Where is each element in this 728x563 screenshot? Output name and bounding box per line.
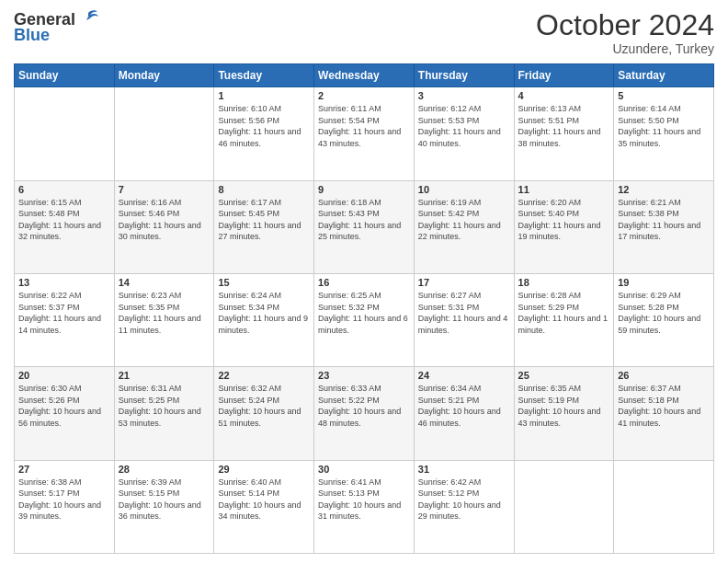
day-number: 22 — [218, 370, 310, 381]
day-info: Sunrise: 6:15 AM Sunset: 5:48 PM Dayligh… — [18, 197, 110, 243]
table-row: 6Sunrise: 6:15 AM Sunset: 5:48 PM Daylig… — [15, 180, 115, 273]
day-number: 11 — [518, 184, 610, 195]
table-row: 7Sunrise: 6:16 AM Sunset: 5:46 PM Daylig… — [114, 180, 214, 273]
table-row: 22Sunrise: 6:32 AM Sunset: 5:24 PM Dayli… — [214, 367, 314, 460]
table-row: 17Sunrise: 6:27 AM Sunset: 5:31 PM Dayli… — [414, 273, 514, 366]
table-row: 31Sunrise: 6:42 AM Sunset: 5:12 PM Dayli… — [414, 460, 514, 553]
day-number: 28 — [119, 464, 210, 475]
logo: General Blue — [14, 9, 99, 45]
day-info: Sunrise: 6:17 AM Sunset: 5:45 PM Dayligh… — [218, 197, 310, 243]
logo-blue-text: Blue — [14, 26, 50, 45]
table-row: 30Sunrise: 6:41 AM Sunset: 5:13 PM Dayli… — [314, 460, 415, 553]
day-number: 24 — [418, 370, 510, 381]
day-info: Sunrise: 6:37 AM Sunset: 5:18 PM Dayligh… — [618, 383, 710, 429]
table-row — [114, 87, 214, 180]
day-info: Sunrise: 6:22 AM Sunset: 5:37 PM Dayligh… — [18, 290, 110, 336]
day-number: 5 — [618, 90, 710, 101]
day-number: 17 — [418, 277, 510, 288]
day-number: 7 — [119, 184, 210, 195]
day-number: 18 — [518, 277, 610, 288]
day-number: 15 — [218, 277, 310, 288]
day-number: 23 — [318, 370, 410, 381]
day-number: 25 — [518, 370, 610, 381]
day-info: Sunrise: 6:28 AM Sunset: 5:29 PM Dayligh… — [518, 290, 610, 336]
day-info: Sunrise: 6:39 AM Sunset: 5:15 PM Dayligh… — [119, 477, 210, 523]
col-sunday: Sunday — [15, 64, 115, 87]
subtitle: Uzundere, Turkey — [536, 41, 714, 56]
table-row: 26Sunrise: 6:37 AM Sunset: 5:18 PM Dayli… — [614, 367, 714, 460]
day-number: 26 — [618, 370, 710, 381]
table-row: 27Sunrise: 6:38 AM Sunset: 5:17 PM Dayli… — [15, 460, 115, 553]
day-info: Sunrise: 6:12 AM Sunset: 5:53 PM Dayligh… — [418, 103, 510, 149]
col-tuesday: Tuesday — [214, 64, 314, 87]
day-info: Sunrise: 6:13 AM Sunset: 5:51 PM Dayligh… — [518, 103, 610, 149]
day-info: Sunrise: 6:31 AM Sunset: 5:25 PM Dayligh… — [119, 383, 210, 429]
day-number: 27 — [18, 464, 110, 475]
day-number: 31 — [418, 464, 510, 475]
col-wednesday: Wednesday — [314, 64, 415, 87]
table-row: 9Sunrise: 6:18 AM Sunset: 5:43 PM Daylig… — [314, 180, 415, 273]
day-number: 8 — [218, 184, 310, 195]
day-number: 30 — [318, 464, 410, 475]
day-info: Sunrise: 6:16 AM Sunset: 5:46 PM Dayligh… — [119, 197, 210, 243]
day-info: Sunrise: 6:42 AM Sunset: 5:12 PM Dayligh… — [418, 477, 510, 523]
table-row: 12Sunrise: 6:21 AM Sunset: 5:38 PM Dayli… — [614, 180, 714, 273]
table-row: 28Sunrise: 6:39 AM Sunset: 5:15 PM Dayli… — [114, 460, 214, 553]
table-row: 23Sunrise: 6:33 AM Sunset: 5:22 PM Dayli… — [314, 367, 415, 460]
col-monday: Monday — [114, 64, 214, 87]
col-saturday: Saturday — [614, 64, 714, 87]
calendar-week-row: 1Sunrise: 6:10 AM Sunset: 5:56 PM Daylig… — [15, 87, 714, 180]
day-number: 4 — [518, 90, 610, 101]
table-row: 14Sunrise: 6:23 AM Sunset: 5:35 PM Dayli… — [114, 273, 214, 366]
day-info: Sunrise: 6:27 AM Sunset: 5:31 PM Dayligh… — [418, 290, 510, 336]
day-info: Sunrise: 6:19 AM Sunset: 5:42 PM Dayligh… — [418, 197, 510, 243]
day-info: Sunrise: 6:34 AM Sunset: 5:21 PM Dayligh… — [418, 383, 510, 429]
col-thursday: Thursday — [414, 64, 514, 87]
title-section: October 2024 Uzundere, Turkey — [536, 9, 714, 56]
day-info: Sunrise: 6:20 AM Sunset: 5:40 PM Dayligh… — [518, 197, 610, 243]
main-title: October 2024 — [536, 9, 714, 41]
day-number: 19 — [618, 277, 710, 288]
day-info: Sunrise: 6:11 AM Sunset: 5:54 PM Dayligh… — [318, 103, 410, 149]
table-row: 15Sunrise: 6:24 AM Sunset: 5:34 PM Dayli… — [214, 273, 314, 366]
day-number: 29 — [218, 464, 310, 475]
table-row: 19Sunrise: 6:29 AM Sunset: 5:28 PM Dayli… — [614, 273, 714, 366]
table-row: 5Sunrise: 6:14 AM Sunset: 5:50 PM Daylig… — [614, 87, 714, 180]
day-number: 12 — [618, 184, 710, 195]
table-row: 24Sunrise: 6:34 AM Sunset: 5:21 PM Dayli… — [414, 367, 514, 460]
table-row: 11Sunrise: 6:20 AM Sunset: 5:40 PM Dayli… — [514, 180, 614, 273]
day-info: Sunrise: 6:29 AM Sunset: 5:28 PM Dayligh… — [618, 290, 710, 336]
header: General Blue October 2024 Uzundere, Turk… — [14, 9, 714, 56]
day-info: Sunrise: 6:24 AM Sunset: 5:34 PM Dayligh… — [218, 290, 310, 336]
day-info: Sunrise: 6:14 AM Sunset: 5:50 PM Dayligh… — [618, 103, 710, 149]
day-number: 6 — [18, 184, 110, 195]
table-row: 20Sunrise: 6:30 AM Sunset: 5:26 PM Dayli… — [15, 367, 115, 460]
day-info: Sunrise: 6:23 AM Sunset: 5:35 PM Dayligh… — [119, 290, 210, 336]
table-row: 21Sunrise: 6:31 AM Sunset: 5:25 PM Dayli… — [114, 367, 214, 460]
day-info: Sunrise: 6:41 AM Sunset: 5:13 PM Dayligh… — [318, 477, 410, 523]
table-row — [15, 87, 115, 180]
day-info: Sunrise: 6:30 AM Sunset: 5:26 PM Dayligh… — [18, 383, 110, 429]
day-number: 1 — [218, 90, 310, 101]
calendar-week-row: 20Sunrise: 6:30 AM Sunset: 5:26 PM Dayli… — [15, 367, 714, 460]
day-number: 10 — [418, 184, 510, 195]
day-info: Sunrise: 6:21 AM Sunset: 5:38 PM Dayligh… — [618, 197, 710, 243]
calendar-week-row: 6Sunrise: 6:15 AM Sunset: 5:48 PM Daylig… — [15, 180, 714, 273]
table-row: 13Sunrise: 6:22 AM Sunset: 5:37 PM Dayli… — [15, 273, 115, 366]
table-row: 10Sunrise: 6:19 AM Sunset: 5:42 PM Dayli… — [414, 180, 514, 273]
calendar-week-row: 13Sunrise: 6:22 AM Sunset: 5:37 PM Dayli… — [15, 273, 714, 366]
day-number: 20 — [18, 370, 110, 381]
day-number: 3 — [418, 90, 510, 101]
day-number: 21 — [119, 370, 210, 381]
table-row: 8Sunrise: 6:17 AM Sunset: 5:45 PM Daylig… — [214, 180, 314, 273]
day-info: Sunrise: 6:18 AM Sunset: 5:43 PM Dayligh… — [318, 197, 410, 243]
col-friday: Friday — [514, 64, 614, 87]
day-info: Sunrise: 6:32 AM Sunset: 5:24 PM Dayligh… — [218, 383, 310, 429]
table-row — [614, 460, 714, 553]
day-info: Sunrise: 6:25 AM Sunset: 5:32 PM Dayligh… — [318, 290, 410, 336]
logo-bird-icon — [77, 9, 99, 29]
day-info: Sunrise: 6:10 AM Sunset: 5:56 PM Dayligh… — [218, 103, 310, 149]
day-number: 14 — [119, 277, 210, 288]
table-row — [514, 460, 614, 553]
day-info: Sunrise: 6:38 AM Sunset: 5:17 PM Dayligh… — [18, 477, 110, 523]
